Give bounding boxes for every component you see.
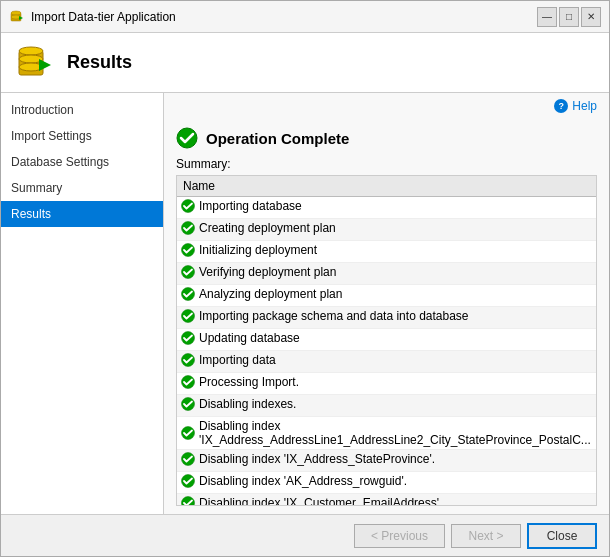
col-header-result: Result bbox=[595, 176, 596, 197]
table-row: Analyzing deployment planSuccess bbox=[177, 285, 596, 307]
row-icon-container: Disabling index 'IX_Customer_EmailAddres… bbox=[181, 496, 442, 505]
next-button[interactable]: Next > bbox=[451, 524, 521, 548]
sidebar-item-database-settings[interactable]: Database Settings bbox=[1, 149, 163, 175]
help-icon: ? bbox=[554, 99, 568, 113]
success-icon bbox=[181, 353, 195, 367]
footer: < Previous Next > Close bbox=[1, 514, 609, 556]
row-name-text: Importing package schema and data into d… bbox=[199, 309, 469, 323]
row-name: Importing database bbox=[177, 197, 595, 219]
col-header-name: Name bbox=[177, 176, 595, 197]
header-section: Results bbox=[1, 33, 609, 93]
success-icon bbox=[181, 243, 195, 257]
row-name-text: Disabling indexes. bbox=[199, 397, 296, 411]
table-row: Disabling indexes.Success bbox=[177, 395, 596, 417]
row-name: Initializing deployment bbox=[177, 241, 595, 263]
results-table-container: Name Result Importing databaseSuccessCre… bbox=[176, 175, 597, 506]
success-icon bbox=[181, 221, 195, 235]
row-result[interactable]: Success bbox=[595, 241, 596, 263]
row-icon-container: Analyzing deployment plan bbox=[181, 287, 342, 301]
row-name-text: Disabling index 'IX_Address_StateProvinc… bbox=[199, 452, 435, 466]
row-name-text: Disabling index 'IX_Address_AddressLine1… bbox=[199, 419, 591, 447]
row-name-text: Updating database bbox=[199, 331, 300, 345]
table-row: Importing package schema and data into d… bbox=[177, 307, 596, 329]
svg-marker-8 bbox=[39, 59, 51, 71]
row-name: Creating deployment plan bbox=[177, 219, 595, 241]
row-name: Importing data bbox=[177, 351, 595, 373]
row-name-text: Disabling index 'AK_Address_rowguid'. bbox=[199, 474, 407, 488]
row-result[interactable]: Success bbox=[595, 307, 596, 329]
svg-point-5 bbox=[19, 47, 43, 55]
table-row: Disabling index 'IX_Address_StateProvinc… bbox=[177, 450, 596, 472]
row-name-text: Processing Import. bbox=[199, 375, 299, 389]
table-row: Importing databaseSuccess bbox=[177, 197, 596, 219]
row-result[interactable]: Success bbox=[595, 373, 596, 395]
row-icon-container: Processing Import. bbox=[181, 375, 299, 389]
row-icon-container: Importing database bbox=[181, 199, 302, 213]
success-icon bbox=[181, 474, 195, 488]
sidebar-item-results[interactable]: Results bbox=[1, 201, 163, 227]
success-icon bbox=[181, 309, 195, 323]
row-icon-container: Creating deployment plan bbox=[181, 221, 336, 235]
row-icon-container: Initializing deployment bbox=[181, 243, 317, 257]
success-icon bbox=[181, 265, 195, 279]
row-name-text: Verifying deployment plan bbox=[199, 265, 336, 279]
row-result[interactable]: Success bbox=[595, 417, 596, 450]
operation-title: Operation Complete bbox=[206, 130, 349, 147]
maximize-button[interactable]: □ bbox=[559, 7, 579, 27]
row-result[interactable]: Success bbox=[595, 450, 596, 472]
row-name: Analyzing deployment plan bbox=[177, 285, 595, 307]
operation-header: Operation Complete bbox=[164, 119, 609, 155]
row-name: Disabling index 'IX_Address_StateProvinc… bbox=[177, 450, 595, 472]
success-icon bbox=[181, 452, 195, 466]
row-result[interactable]: Success bbox=[595, 219, 596, 241]
row-name: Disabling index 'IX_Address_AddressLine1… bbox=[177, 417, 595, 450]
summary-label: Summary: bbox=[164, 155, 609, 175]
row-name-text: Importing data bbox=[199, 353, 276, 367]
row-result[interactable]: Success bbox=[595, 197, 596, 219]
row-icon-container: Disabling index 'IX_Address_StateProvinc… bbox=[181, 452, 435, 466]
success-icon bbox=[181, 397, 195, 411]
success-icon bbox=[181, 199, 195, 213]
close-window-button[interactable]: ✕ bbox=[581, 7, 601, 27]
sidebar-item-import-settings[interactable]: Import Settings bbox=[1, 123, 163, 149]
table-row: Disabling index 'AK_Address_rowguid'.Suc… bbox=[177, 472, 596, 494]
sidebar-item-introduction[interactable]: Introduction bbox=[1, 97, 163, 123]
content-top: ? Help bbox=[164, 93, 609, 119]
table-row: Processing Import.Success bbox=[177, 373, 596, 395]
table-row: Verifying deployment planSuccess bbox=[177, 263, 596, 285]
operation-complete-icon bbox=[176, 127, 198, 149]
row-result[interactable]: Success bbox=[595, 263, 596, 285]
row-name: Disabling index 'IX_Customer_EmailAddres… bbox=[177, 494, 595, 506]
row-icon-container: Disabling index 'AK_Address_rowguid'. bbox=[181, 474, 407, 488]
row-name: Processing Import. bbox=[177, 373, 595, 395]
success-icon bbox=[181, 375, 195, 389]
page-title: Results bbox=[67, 52, 132, 73]
previous-button[interactable]: < Previous bbox=[354, 524, 445, 548]
row-icon-container: Updating database bbox=[181, 331, 300, 345]
sidebar: Introduction Import Settings Database Se… bbox=[1, 93, 164, 514]
main-content: Introduction Import Settings Database Se… bbox=[1, 93, 609, 514]
title-bar-left: Import Data-tier Application bbox=[9, 9, 176, 25]
minimize-button[interactable]: — bbox=[537, 7, 557, 27]
row-result[interactable]: Success bbox=[595, 395, 596, 417]
app-icon bbox=[9, 9, 25, 25]
row-name: Verifying deployment plan bbox=[177, 263, 595, 285]
row-result[interactable]: Success bbox=[595, 351, 596, 373]
row-name-text: Creating deployment plan bbox=[199, 221, 336, 235]
close-button[interactable]: Close bbox=[527, 523, 597, 549]
results-table: Name Result Importing databaseSuccessCre… bbox=[177, 176, 596, 505]
row-name: Importing package schema and data into d… bbox=[177, 307, 595, 329]
row-result[interactable]: Success bbox=[595, 329, 596, 351]
title-bar-controls: — □ ✕ bbox=[537, 7, 601, 27]
table-scroll[interactable]: Name Result Importing databaseSuccessCre… bbox=[177, 176, 596, 505]
row-result[interactable]: Success bbox=[595, 494, 596, 506]
row-name: Updating database bbox=[177, 329, 595, 351]
row-result[interactable]: Success bbox=[595, 472, 596, 494]
sidebar-item-summary[interactable]: Summary bbox=[1, 175, 163, 201]
row-name: Disabling index 'AK_Address_rowguid'. bbox=[177, 472, 595, 494]
table-row: Disabling index 'IX_Address_AddressLine1… bbox=[177, 417, 596, 450]
row-result[interactable]: Success bbox=[595, 285, 596, 307]
row-name-text: Importing database bbox=[199, 199, 302, 213]
table-row: Initializing deploymentSuccess bbox=[177, 241, 596, 263]
help-button[interactable]: ? Help bbox=[550, 97, 601, 115]
